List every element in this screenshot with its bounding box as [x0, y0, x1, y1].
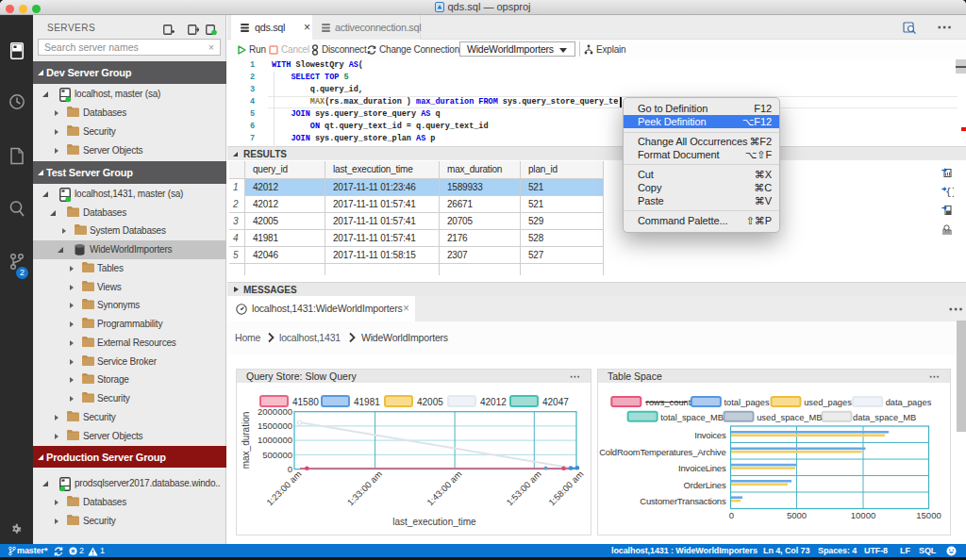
svg-text:used_space_MB: used_space_MB [757, 413, 822, 422]
svg-text:500000: 500000 [262, 450, 292, 460]
svg-text:1000000: 1000000 [258, 435, 292, 445]
svg-text:42005: 42005 [417, 397, 443, 407]
svg-text:5000: 5000 [787, 510, 807, 520]
svg-text:1:58:00 am: 1:58:00 am [546, 469, 585, 507]
svg-text:42047: 42047 [542, 397, 569, 407]
svg-text:Invoices: Invoices [694, 430, 726, 440]
svg-text:data_space_MB: data_space_MB [853, 413, 916, 422]
svg-text:total_space_MB: total_space_MB [660, 413, 724, 422]
svg-text:1:23:00 am: 1:23:00 am [264, 469, 303, 507]
svg-text:total_pages: total_pages [724, 398, 770, 407]
svg-text:OrderLines: OrderLines [684, 480, 726, 490]
svg-text:41981: 41981 [354, 397, 380, 407]
svg-text:used_pages: used_pages [804, 398, 852, 407]
svg-text:max_duration: max_duration [241, 412, 251, 469]
svg-text:2000000: 2000000 [258, 406, 292, 417]
svg-text:ColdRoomTemperatures_Archive: ColdRoomTemperatures_Archive [599, 447, 725, 457]
svg-text:last_execution_time: last_execution_time [392, 517, 476, 527]
svg-text:10000: 10000 [851, 510, 875, 520]
svg-text:1:33:00 am: 1:33:00 am [345, 469, 384, 507]
svg-text:0: 0 [729, 510, 734, 520]
svg-text:{}: {} [945, 186, 954, 197]
svg-text:1:43:00 am: 1:43:00 am [425, 469, 463, 507]
svg-text:1:53:00 am: 1:53:00 am [504, 469, 542, 507]
svg-text:data_pages: data_pages [886, 398, 932, 407]
svg-text:41580: 41580 [292, 397, 319, 407]
svg-text:InvoiceLines: InvoiceLines [678, 463, 726, 473]
svg-text:15000: 15000 [916, 510, 941, 520]
svg-text:42012: 42012 [480, 397, 507, 407]
svg-text:1500000: 1500000 [258, 420, 292, 431]
svg-text:CustomerTransactions: CustomerTransactions [640, 496, 726, 506]
